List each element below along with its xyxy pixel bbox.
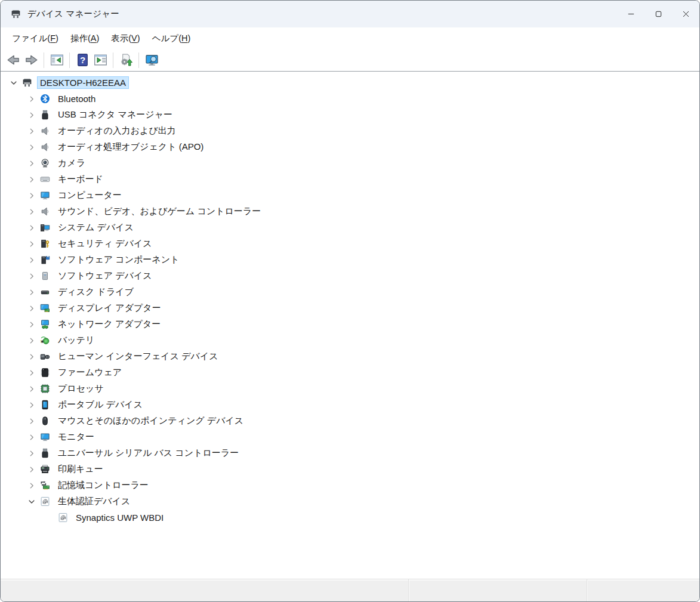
tree-item[interactable]: ソフトウェア デバイス [1, 268, 699, 284]
chevron-expanded-icon[interactable] [24, 497, 39, 507]
search-devices-button[interactable] [143, 51, 161, 69]
tree-item-label[interactable]: マウスとそのほかのポインティング デバイス [55, 414, 246, 428]
tree-item-label[interactable]: Bluetooth [55, 92, 98, 105]
tree-item-label[interactable]: バッテリ [55, 334, 97, 347]
chevron-collapsed-icon[interactable] [24, 320, 39, 329]
tree-item[interactable]: ヒューマン インターフェイス デバイス [1, 348, 699, 365]
chevron-collapsed-icon[interactable] [24, 126, 39, 136]
tree-item[interactable]: コンピューター [1, 187, 699, 203]
tree-item[interactable]: マウスとそのほかのポインティング デバイス [1, 413, 699, 429]
show-action-pane-button[interactable] [91, 51, 109, 69]
tree-item[interactable]: 生体認証デバイス [1, 493, 699, 510]
help-button[interactable]: ? [73, 51, 91, 69]
chevron-collapsed-icon[interactable] [24, 191, 39, 200]
tree-item[interactable]: モニター [1, 429, 699, 445]
tree-item-label[interactable]: ディスプレイ アダプター [55, 301, 164, 315]
chevron-collapsed-icon[interactable] [24, 368, 39, 378]
tree-item-label[interactable]: ネットワーク アダプター [55, 317, 164, 331]
tree-item-label[interactable]: ディスク ドライブ [55, 285, 137, 299]
chevron-collapsed-icon[interactable] [24, 481, 39, 490]
chevron-collapsed-icon[interactable] [24, 416, 39, 426]
tree-item[interactable]: セキュリティ デバイス [1, 236, 699, 252]
chevron-collapsed-icon[interactable] [24, 449, 39, 458]
tree-item-label[interactable]: セキュリティ デバイス [55, 237, 155, 251]
menu-item-a[interactable]: 操作(A) [64, 30, 105, 47]
chevron-collapsed-icon[interactable] [24, 159, 39, 168]
tree-item[interactable]: プロセッサ [1, 381, 699, 397]
tree-item-label[interactable]: ソフトウェア コンポーネント [55, 253, 182, 267]
tree-item[interactable]: オーディオ処理オブジェクト (APO) [1, 139, 699, 155]
chevron-collapsed-icon[interactable] [24, 94, 39, 104]
back-button[interactable] [4, 51, 22, 69]
tree-item[interactable]: Bluetooth [1, 91, 699, 107]
tree-item-label[interactable]: システム デバイス [55, 221, 137, 234]
tree-item-label[interactable]: プロセッサ [55, 382, 107, 396]
tree-item[interactable]: オーディオの入力および出力 [1, 123, 699, 139]
tree-item-label[interactable]: カメラ [55, 156, 88, 170]
chevron-collapsed-icon[interactable] [24, 207, 39, 217]
tree-item-label[interactable]: USB コネクタ マネージャー [55, 108, 175, 122]
tree-item-label[interactable]: ユニバーサル シリアル バス コントローラー [55, 446, 242, 460]
tree-item-label[interactable]: ポータブル デバイス [55, 398, 146, 412]
tree-item[interactable]: キーボード [1, 171, 699, 187]
tree-item[interactable]: 印刷キュー [1, 461, 699, 477]
chevron-expanded-icon[interactable] [7, 78, 21, 88]
tree-item[interactable]: ユニバーサル シリアル バス コントローラー [1, 445, 699, 461]
menu-item-f[interactable]: ファイル(F) [6, 30, 64, 47]
tree-item-label[interactable]: コンピューター [55, 189, 125, 202]
tree-item-label[interactable]: オーディオ処理オブジェクト (APO) [55, 140, 206, 154]
tree-item-label[interactable]: 印刷キュー [55, 462, 106, 476]
forward-button[interactable] [22, 51, 40, 69]
tree-item[interactable]: ポータブル デバイス [1, 397, 699, 413]
tree-item-label[interactable]: 記憶域コントローラー [55, 478, 152, 492]
chevron-collapsed-icon[interactable] [24, 400, 39, 410]
tree-item[interactable]: カメラ [1, 155, 699, 171]
toolbar-separator [44, 53, 44, 68]
tree-item[interactable]: システム デバイス [1, 220, 699, 236]
tree-item[interactable]: Synaptics UWP WBDI [1, 510, 699, 526]
tree-item[interactable]: バッテリ [1, 332, 699, 348]
statusbar-pane [587, 579, 699, 601]
tree-item[interactable]: USB コネクタ マネージャー [1, 107, 699, 123]
tree-item-label[interactable]: ヒューマン インターフェイス デバイス [55, 350, 221, 363]
chevron-collapsed-icon[interactable] [24, 255, 39, 265]
tree-item[interactable]: DESKTOP-H62EEAA [1, 75, 699, 91]
tree-item-label[interactable]: ファームウェア [55, 366, 125, 379]
chevron-collapsed-icon[interactable] [24, 384, 39, 394]
chevron-collapsed-icon[interactable] [24, 465, 39, 474]
tree-item-label[interactable]: キーボード [55, 172, 106, 186]
tree-item-label[interactable]: 生体認証デバイス [55, 495, 133, 508]
show-hide-console-tree-button[interactable] [48, 51, 66, 69]
tree-item-label[interactable]: ソフトウェア デバイス [55, 269, 155, 283]
tree-item[interactable]: サウンド、ビデオ、およびゲーム コントローラー [1, 203, 699, 220]
tree-item-label[interactable]: オーディオの入力および出力 [55, 124, 179, 138]
chevron-collapsed-icon[interactable] [24, 175, 39, 184]
chevron-collapsed-icon[interactable] [24, 223, 39, 233]
tree-item[interactable]: ネットワーク アダプター [1, 316, 699, 332]
tree-item[interactable]: ファームウェア [1, 365, 699, 381]
chevron-collapsed-icon[interactable] [24, 239, 39, 249]
chevron-collapsed-icon[interactable] [24, 271, 39, 281]
chevron-collapsed-icon[interactable] [24, 288, 39, 297]
chevron-collapsed-icon[interactable] [24, 143, 39, 152]
menu-item-h[interactable]: ヘルプ(H) [146, 30, 197, 47]
chevron-collapsed-icon[interactable] [24, 336, 39, 345]
chevron-collapsed-icon[interactable] [24, 304, 39, 313]
tree-item-label[interactable]: サウンド、ビデオ、およびゲーム コントローラー [55, 205, 264, 218]
tree-item[interactable]: ソフトウェア コンポーネント [1, 252, 699, 268]
chevron-collapsed-icon[interactable] [24, 433, 39, 442]
scan-hardware-changes-button[interactable] [117, 51, 135, 69]
tree-item-label[interactable]: モニター [55, 430, 97, 444]
minimize-button[interactable] [617, 1, 645, 27]
tree-item[interactable]: 記憶域コントローラー [1, 477, 699, 493]
tree-item-label[interactable]: Synaptics UWP WBDI [73, 511, 166, 524]
close-button[interactable] [672, 1, 699, 27]
menu-item-v[interactable]: 表示(V) [105, 30, 146, 47]
tree-item[interactable]: ディスプレイ アダプター [1, 300, 699, 316]
chevron-collapsed-icon[interactable] [24, 352, 39, 362]
maximize-button[interactable] [645, 1, 672, 27]
titlebar[interactable]: デバイス マネージャー [1, 1, 699, 27]
tree-item-label[interactable]: DESKTOP-H62EEAA [37, 76, 129, 89]
chevron-collapsed-icon[interactable] [24, 110, 39, 120]
tree-item[interactable]: ディスク ドライブ [1, 284, 699, 300]
